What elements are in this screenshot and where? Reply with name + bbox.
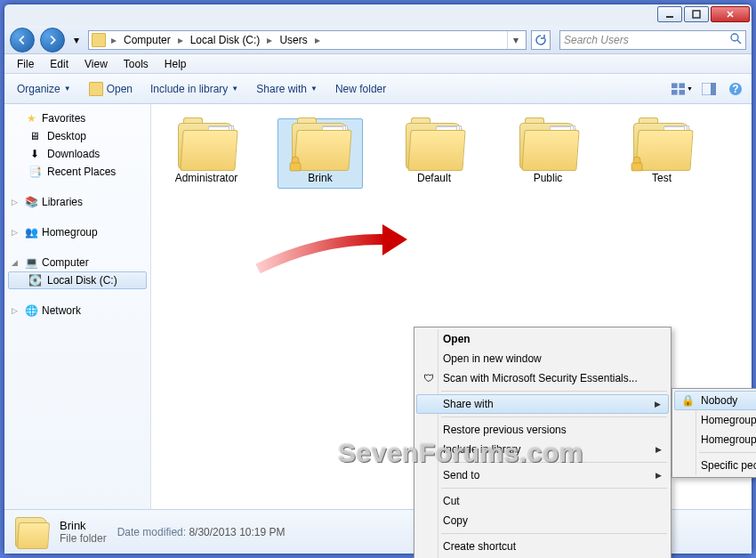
ctx-create-shortcut[interactable]: Create shortcut	[416, 537, 669, 556]
folder-item[interactable]: Public	[505, 118, 591, 189]
folder-label: Administrator	[175, 173, 238, 184]
separator	[441, 462, 667, 463]
folder-label: Default	[417, 173, 451, 184]
svg-rect-11	[290, 163, 301, 171]
content-area: ★Favorites 🖥Desktop ⬇Downloads 📑Recent P…	[4, 104, 752, 509]
sidebar-homegroup[interactable]: ▷👥Homegroup	[8, 223, 147, 241]
chevron-right-icon[interactable]: ▸	[265, 34, 274, 46]
folder-icon	[633, 123, 690, 169]
svg-rect-12	[631, 163, 642, 171]
search-placeholder: Search Users	[564, 34, 629, 46]
minimize-button[interactable]	[657, 6, 682, 22]
sidebar-item-recent[interactable]: 📑Recent Places	[8, 163, 147, 181]
folder-item[interactable]: Test	[619, 118, 704, 189]
chevron-right-icon: ▷	[12, 306, 20, 315]
svg-rect-6	[679, 89, 685, 94]
explorer-window: ▾ ▸ Computer ▸ Local Disk (C:) ▸ Users ▸…	[4, 4, 752, 554]
preview-pane-button[interactable]	[698, 78, 720, 100]
chevron-right-icon[interactable]: ▸	[176, 34, 185, 46]
organize-button[interactable]: Organize▼	[10, 79, 78, 99]
address-dropdown[interactable]: ▾	[507, 31, 523, 49]
folder-icon	[13, 515, 49, 549]
folder-icon	[89, 82, 103, 96]
share-nobody[interactable]: 🔒Nobody	[674, 391, 756, 410]
folder-label: Public	[534, 173, 563, 184]
share-homegroup-rw[interactable]: Homegroup (Read/Write)	[674, 430, 756, 449]
chevron-right-icon[interactable]: ▸	[313, 34, 322, 46]
new-folder-button[interactable]: New folder	[328, 79, 393, 99]
ctx-share-with[interactable]: Share with▶	[416, 394, 669, 414]
share-submenu: 🔒Nobody Homegroup (Read) Homegroup (Read…	[672, 388, 756, 478]
shield-icon: 🛡	[422, 371, 436, 385]
chevron-right-icon: ▷	[12, 198, 20, 206]
svg-rect-0	[666, 16, 673, 18]
chevron-right-icon: ▶	[655, 471, 662, 480]
ctx-open-new-window[interactable]: Open in new window	[416, 349, 669, 368]
search-input[interactable]: Search Users	[559, 30, 746, 50]
folder-item[interactable]: Administrator	[164, 118, 249, 189]
open-button[interactable]: Open	[82, 78, 140, 100]
annotation-arrow	[249, 211, 409, 294]
share-specific-people[interactable]: Specific people...	[674, 456, 756, 475]
refresh-button[interactable]	[531, 30, 551, 50]
ctx-copy[interactable]: Copy	[416, 511, 669, 530]
folder-label: Test	[652, 173, 672, 184]
back-button[interactable]	[10, 28, 35, 53]
folder-icon	[178, 123, 235, 169]
libraries-icon: 📚	[24, 195, 38, 209]
lock-icon: 🔒	[680, 393, 695, 408]
breadcrumb-item[interactable]: Local Disk (C:)	[185, 34, 266, 46]
sidebar-libraries[interactable]: ▷📚Libraries	[8, 193, 147, 211]
breadcrumb-item[interactable]: Computer	[118, 34, 176, 46]
separator	[441, 488, 667, 489]
sidebar-favorites[interactable]: ★Favorites	[8, 109, 147, 127]
chevron-right-icon: ▶	[655, 445, 662, 454]
computer-icon: 💻	[24, 255, 38, 270]
include-library-button[interactable]: Include in library▼	[143, 79, 245, 99]
ctx-scan[interactable]: 🛡Scan with Microsoft Security Essentials…	[416, 368, 669, 388]
ctx-restore[interactable]: Restore previous versions	[416, 420, 669, 440]
menu-tools[interactable]: Tools	[117, 56, 156, 72]
chevron-right-icon[interactable]: ▸	[109, 34, 118, 46]
recent-icon: 📑	[28, 165, 42, 179]
history-dropdown[interactable]: ▾	[70, 28, 83, 53]
sidebar-item-local-disk[interactable]: 💽Local Disk (C:)	[8, 271, 147, 289]
chevron-down-icon: ▼	[310, 85, 318, 93]
separator	[699, 452, 756, 453]
folder-icon	[519, 123, 576, 169]
file-view[interactable]: AdministratorBrinkDefaultPublicTest Open…	[151, 104, 752, 509]
separator	[441, 533, 667, 534]
sidebar-item-downloads[interactable]: ⬇Downloads	[8, 145, 147, 163]
sidebar-computer[interactable]: ◢💻Computer	[8, 254, 147, 271]
chevron-down-icon: ▼	[64, 85, 71, 93]
menu-view[interactable]: View	[77, 56, 115, 72]
ctx-open[interactable]: Open	[416, 329, 669, 349]
star-icon: ★	[24, 111, 38, 125]
desktop-icon: 🖥	[28, 129, 42, 143]
sidebar: ★Favorites 🖥Desktop ⬇Downloads 📑Recent P…	[4, 104, 151, 509]
sidebar-network[interactable]: ▷🌐Network	[8, 302, 147, 319]
menu-edit[interactable]: Edit	[43, 56, 76, 72]
menu-file[interactable]: File	[10, 56, 41, 72]
folder-item[interactable]: Default	[391, 118, 477, 189]
forward-button[interactable]	[40, 28, 65, 53]
ctx-cut[interactable]: Cut	[416, 491, 669, 511]
ctx-send-to[interactable]: Send to▶	[416, 465, 669, 485]
drive-icon: 💽	[28, 273, 42, 287]
close-button[interactable]	[711, 6, 750, 22]
menu-help[interactable]: Help	[157, 56, 194, 72]
address-bar[interactable]: ▸ Computer ▸ Local Disk (C:) ▸ Users ▸ ▾	[88, 30, 527, 50]
svg-rect-5	[672, 89, 678, 94]
share-homegroup-read[interactable]: Homegroup (Read)	[674, 410, 756, 430]
maximize-button[interactable]	[684, 6, 709, 22]
help-button[interactable]: ?	[725, 78, 746, 100]
folder-item[interactable]: Brink	[277, 118, 363, 189]
ctx-include-library[interactable]: Include in library▶	[416, 440, 669, 459]
status-name-block: Brink File folder	[60, 519, 107, 545]
sidebar-item-desktop[interactable]: 🖥Desktop	[8, 127, 147, 145]
share-with-button[interactable]: Share with▼	[249, 79, 325, 99]
toolbar: Organize▼ Open Include in library▼ Share…	[4, 74, 752, 104]
svg-point-2	[731, 34, 738, 41]
breadcrumb-item[interactable]: Users	[274, 34, 312, 46]
view-options-button[interactable]: ▼	[672, 78, 693, 100]
